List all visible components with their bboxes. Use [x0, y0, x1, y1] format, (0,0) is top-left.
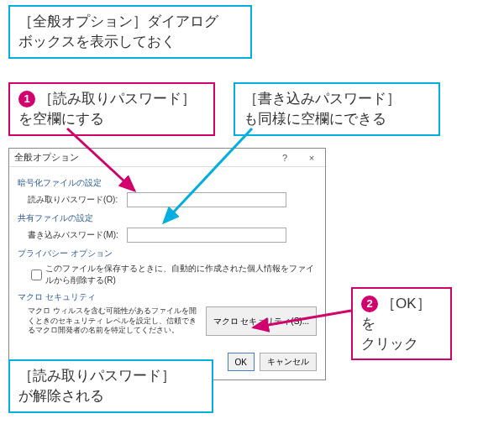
close-button[interactable]: × [298, 149, 325, 167]
cancel-button[interactable]: キャンセル [260, 353, 317, 371]
step-number-badge: 1 [18, 91, 35, 107]
general-options-dialog: 全般オプション ? × 暗号化ファイルの設定 読み取りパスワード(O): 共有フ… [8, 148, 326, 380]
callout-result: ［読み取りパスワード］ が解除される [8, 359, 213, 413]
dialog-title: 全般オプション [14, 151, 271, 164]
callout-text: ［読み取りパスワード］ [39, 91, 196, 107]
step-number-badge: 2 [361, 296, 378, 312]
callout-step2: 2［OK］を クリック [351, 287, 452, 360]
callout-text: ［全般オプション］ダイアログ [18, 13, 218, 29]
dialog-titlebar: 全般オプション ? × [9, 149, 325, 167]
callout-text: クリック [361, 336, 418, 352]
section-privacy-label: プライバシー オプション [18, 248, 317, 259]
callout-text: ボックスを表示しておく [18, 34, 176, 50]
callout-text: ［書き込みパスワード］ [244, 91, 401, 107]
help-button[interactable]: ? [271, 149, 298, 167]
ok-button[interactable]: OK [228, 353, 255, 371]
read-password-input[interactable] [127, 192, 286, 207]
write-password-input[interactable] [127, 228, 286, 243]
callout-prestep: ［全般オプション］ダイアログ ボックスを表示しておく [8, 5, 252, 59]
callout-text: を空欄にする [18, 111, 104, 127]
remove-personal-info-checkbox[interactable] [31, 270, 42, 280]
section-encrypt-label: 暗号化ファイルの設定 [18, 177, 317, 189]
macro-security-button[interactable]: マクロ セキュリティ(S)... [206, 306, 317, 336]
read-password-label: 読み取りパスワード(O): [28, 194, 127, 206]
callout-text: も同様に空欄にできる [244, 111, 386, 127]
callout-text: が解除される [18, 388, 104, 404]
callout-writepw: ［書き込みパスワード］ も同様に空欄にできる [234, 82, 440, 136]
privacy-checkbox-label: このファイルを保存するときに、自動的に作成された個人情報をファイルから削除する(… [45, 263, 317, 286]
callout-step1: 1［読み取りパスワード］ を空欄にする [8, 82, 215, 136]
callout-text: ［読み取りパスワード］ [18, 368, 176, 384]
section-macro-label: マクロ セキュリティ [18, 291, 317, 303]
macro-description: マクロ ウィルスを含む可能性があるファイルを開くときのセキュリティ レベルを設定… [28, 306, 206, 336]
section-share-label: 共有ファイルの設定 [18, 212, 317, 224]
write-password-label: 書き込みパスワード(M): [28, 229, 127, 241]
